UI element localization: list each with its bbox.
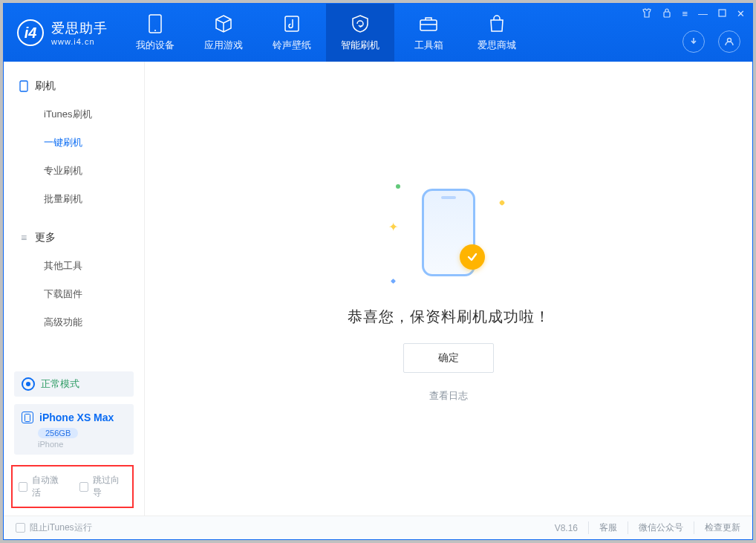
nav-apps-games[interactable]: 应用游戏 [189, 4, 258, 62]
footer-link-wechat[interactable]: 微信公众号 [628, 521, 694, 534]
sidebar-scroll: 刷机 iTunes刷机 一键刷机 专业刷机 批量刷机 ≡ 更多 其他工具 下载固… [4, 62, 144, 371]
nav-label: 应用游戏 [204, 39, 243, 52]
sidebar-item-batch-flash[interactable]: 批量刷机 [4, 185, 144, 213]
checkbox-label: 自动激活 [32, 474, 65, 499]
header-right-icons [682, 30, 740, 53]
sidebar-group-label: 更多 [35, 231, 56, 244]
menu-lines-icon: ≡ [19, 232, 29, 244]
cube-icon [214, 13, 233, 34]
checkmark-badge-icon [460, 244, 485, 270]
brand-site: www.i4.cn [51, 37, 108, 46]
checkbox-label: 阻止iTunes运行 [30, 521, 92, 534]
brand-text: 爱思助手 www.i4.cn [51, 19, 108, 46]
phone-outline-icon [19, 80, 29, 92]
svg-rect-8 [25, 414, 30, 421]
sidebar-item-other-tools[interactable]: 其他工具 [4, 252, 144, 280]
nav-label: 我的设备 [136, 39, 175, 52]
device-mode-label: 正常模式 [41, 377, 79, 391]
success-illustration: ✦ [385, 175, 512, 290]
nav-smart-flash[interactable]: 智能刷机 [326, 4, 394, 62]
refresh-shield-icon [351, 13, 370, 34]
success-title: 恭喜您，保资料刷机成功啦！ [348, 307, 550, 327]
device-capacity-badge: 256GB [38, 428, 78, 438]
svg-rect-7 [20, 81, 27, 91]
checkbox-label: 跳过向导 [93, 474, 126, 499]
nav-my-device[interactable]: 我的设备 [121, 4, 189, 62]
header: i4 爱思助手 www.i4.cn 我的设备 应用游戏 铃声壁纸 智能刷机 [4, 4, 752, 62]
menu-icon[interactable]: ≡ [682, 8, 688, 20]
checkbox-skip-guide[interactable]: 跳过向导 [79, 474, 127, 499]
shopping-bag-icon [489, 13, 505, 34]
decor-dot-icon [499, 199, 505, 205]
brand-name: 爱思助手 [51, 19, 108, 37]
options-row: 自动激活 跳过向导 [11, 465, 134, 508]
music-note-icon [284, 13, 300, 34]
nav-label: 爱思商城 [478, 39, 516, 52]
nav-toolbox[interactable]: 工具箱 [394, 4, 463, 62]
decor-dot-icon [391, 278, 396, 283]
sidebar: 刷机 iTunes刷机 一键刷机 专业刷机 批量刷机 ≡ 更多 其他工具 下载固… [4, 62, 145, 516]
device-name: iPhone XS Max [39, 412, 114, 423]
version-label: V8.16 [555, 523, 578, 533]
checkbox-icon [79, 482, 88, 492]
footer: 阻止iTunes运行 V8.16 客服 微信公众号 检查更新 [4, 516, 752, 539]
brand: i4 爱思助手 www.i4.cn [4, 4, 121, 62]
nav-store[interactable]: 爱思商城 [463, 4, 531, 62]
mode-indicator-icon [22, 377, 35, 391]
download-icon[interactable] [682, 30, 705, 53]
device-type: iPhone [38, 440, 126, 449]
ok-button[interactable]: 确定 [403, 343, 494, 373]
svg-rect-3 [420, 20, 437, 30]
close-button[interactable]: ✕ [737, 8, 745, 20]
svg-rect-4 [664, 12, 670, 17]
sparkle-icon: ✦ [388, 220, 398, 234]
decor-dot-icon [396, 184, 400, 189]
app-window: i4 爱思助手 www.i4.cn 我的设备 应用游戏 铃声壁纸 智能刷机 [3, 3, 753, 540]
sidebar-item-pro-flash[interactable]: 专业刷机 [4, 157, 144, 185]
top-nav: 我的设备 应用游戏 铃声壁纸 智能刷机 工具箱 爱思商城 [121, 4, 531, 62]
user-icon[interactable] [718, 30, 740, 53]
nav-label: 智能刷机 [341, 39, 379, 52]
phone-icon [149, 13, 162, 34]
sidebar-group-label: 刷机 [35, 79, 56, 93]
device-mode-row[interactable]: 正常模式 [14, 371, 134, 397]
device-panel: 正常模式 iPhone XS Max 256GB iPhone [4, 371, 144, 459]
sidebar-group-more: ≡ 更多 [4, 224, 144, 252]
checkbox-block-itunes[interactable]: 阻止iTunes运行 [16, 521, 92, 534]
svg-point-1 [154, 30, 156, 31]
footer-link-support[interactable]: 客服 [588, 521, 628, 534]
sidebar-item-itunes-flash[interactable]: iTunes刷机 [4, 100, 144, 129]
window-controls: ≡ — ✕ [642, 8, 745, 20]
sidebar-item-one-click-flash[interactable]: 一键刷机 [4, 129, 144, 157]
tshirt-icon[interactable] [642, 8, 652, 20]
lock-icon[interactable] [662, 8, 671, 20]
sidebar-item-download-firmware[interactable]: 下载固件 [4, 280, 144, 308]
sidebar-group-flash: 刷机 [4, 72, 144, 100]
view-log-link[interactable]: 查看日志 [429, 389, 468, 403]
nav-label: 工具箱 [414, 39, 443, 52]
sidebar-item-advanced[interactable]: 高级功能 [4, 308, 144, 336]
svg-rect-5 [719, 10, 726, 16]
maximize-button[interactable] [718, 8, 726, 20]
nav-label: 铃声壁纸 [273, 39, 311, 52]
svg-rect-2 [285, 16, 299, 31]
nav-ringtones-wallpapers[interactable]: 铃声壁纸 [258, 4, 326, 62]
checkbox-icon [16, 523, 25, 533]
device-row[interactable]: iPhone XS Max 256GB iPhone [14, 404, 134, 455]
brand-logo-icon: i4 [17, 19, 44, 46]
main-content: ✦ 恭喜您，保资料刷机成功啦！ 确定 查看日志 [145, 62, 752, 516]
minimize-button[interactable]: — [698, 8, 708, 20]
body: 刷机 iTunes刷机 一键刷机 专业刷机 批量刷机 ≡ 更多 其他工具 下载固… [4, 62, 752, 516]
device-phone-icon [22, 412, 33, 423]
footer-link-check-update[interactable]: 检查更新 [694, 521, 740, 534]
checkbox-icon [19, 482, 27, 492]
checkbox-auto-activate[interactable]: 自动激活 [19, 474, 66, 499]
toolbox-icon [419, 13, 438, 34]
